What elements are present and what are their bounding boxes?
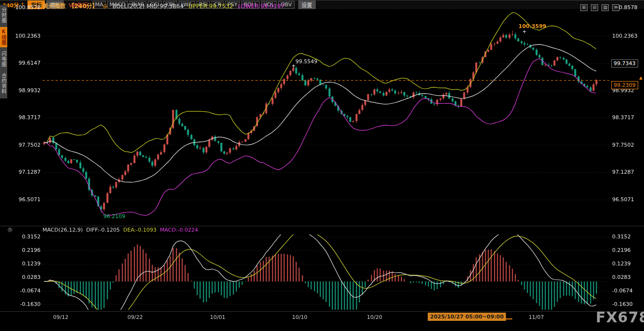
trading-app-window: 美元指数【240分】 ⊖ BOLL(20,2) MID:99.3864 UPPE…	[0, 0, 644, 331]
symbol-name: 美元指数	[42, 3, 66, 10]
panel-marker-icon[interactable]: ◎	[8, 226, 13, 233]
range-dash-icon: —	[505, 314, 513, 323]
y-axis-label: 97.7502	[612, 142, 644, 148]
macd-axis-label: 0.0283	[612, 274, 644, 280]
layout-rows-icon[interactable]: ▤	[602, 4, 609, 11]
y-axis-label: 97.7502	[0, 142, 41, 148]
window-controls: ⊞ ⊟ ▤ ≫	[579, 1, 619, 11]
sidebar-item-contract-info[interactable]: 合约资料	[0, 71, 7, 96]
macd-axis-label: -0.0674	[612, 288, 644, 294]
layout-split-icon[interactable]: ⊟	[591, 4, 598, 11]
x-axis-tick: 09/22	[127, 314, 143, 320]
macd-axis-label: 0.2196	[0, 247, 41, 253]
macd-axis-label: 0.1239	[0, 261, 41, 267]
macd-axis-label: 0.3152	[0, 234, 41, 240]
collapse-icon[interactable]: ⊖	[103, 3, 108, 10]
y-axis-label: 97.1287	[612, 169, 644, 175]
macd-diff-value: DIFF:-0.1205	[86, 227, 120, 233]
period-label: 【240分】	[69, 3, 98, 10]
x-axis-tick: 09/12	[53, 314, 69, 320]
macd-axis-label: 0.3152	[612, 234, 644, 240]
sidebar-item-flash-chart[interactable]: 闪电图	[0, 49, 7, 69]
x-axis: 09/12 09/22 10/01 10/10 10/20 2025/10/27…	[0, 312, 644, 322]
x-axis-tick: 10/10	[292, 314, 308, 320]
peak-cross-icon: +	[292, 63, 295, 69]
sidebar-item-time-chart[interactable]: 分时图	[0, 5, 7, 25]
macd-dea-value: DEA:-0.1093	[123, 227, 156, 233]
left-sidebar: 分时图 K线图 闪电图 合约资料	[0, 5, 7, 98]
peak-cross-icon: +	[522, 29, 526, 34]
candlestick-chart-canvas[interactable]	[0, 0, 644, 331]
y-axis-label: 98.3717	[612, 114, 644, 121]
x-axis-tick: 10/20	[367, 314, 382, 320]
chart-header: 美元指数【240分】 ⊖ BOLL(20,2) MID:99.3864 UPPE…	[42, 1, 287, 10]
fx678-watermark: FX678	[596, 309, 644, 326]
layout-next-icon[interactable]: ≫	[612, 4, 619, 11]
boll-lower-label: LOWER:99.0197	[238, 3, 284, 10]
sidebar-item-kline-chart[interactable]: K线图	[0, 27, 7, 47]
selected-time-range: 2025/10/27 05:00~09:00	[428, 313, 506, 321]
last-price-tag: 99.2309	[611, 81, 638, 89]
macd-axis-label: -0.0674	[0, 288, 41, 294]
macd-axis-label: 0.1239	[612, 261, 644, 267]
macd-axis-label: 0.2196	[612, 247, 644, 253]
macd-header: MACD(26,12,9) DIFF:-0.1205 DEA:-0.1093 M…	[42, 227, 198, 233]
y-axis-label: 98.3717	[0, 114, 41, 121]
y-axis-label: 97.1287	[0, 169, 41, 175]
boll-mid-label: BOLL(20,2) MID:99.3864	[112, 3, 184, 10]
y-axis-label: 96.5071	[0, 196, 41, 203]
band-price-tag: 99.7343	[611, 59, 638, 68]
macd-axis-label: -0.1630	[0, 301, 41, 307]
macd-axis-label: 0.0283	[0, 274, 41, 280]
price-up-arrow-icon: ▲	[639, 75, 643, 80]
boll-upper-label: UPPER:99.7532	[188, 3, 233, 10]
layout-grid-icon[interactable]: ⊞	[580, 4, 588, 11]
macd-macd-value: MACD:-0.0224	[160, 227, 198, 233]
macd-axis-label: -0.1630	[612, 301, 644, 307]
x-axis-tick: 10/01	[210, 314, 225, 320]
low-price-annotation: 96.2109	[103, 213, 126, 220]
y-axis-label: 100.2363	[612, 33, 644, 39]
swing-high-annotation: 99.5549	[295, 58, 318, 65]
y-axis-label: 96.5071	[612, 196, 644, 203]
macd-params-label: MACD(26,12,9)	[42, 227, 83, 233]
x-axis-tick: 11/07	[529, 314, 544, 320]
